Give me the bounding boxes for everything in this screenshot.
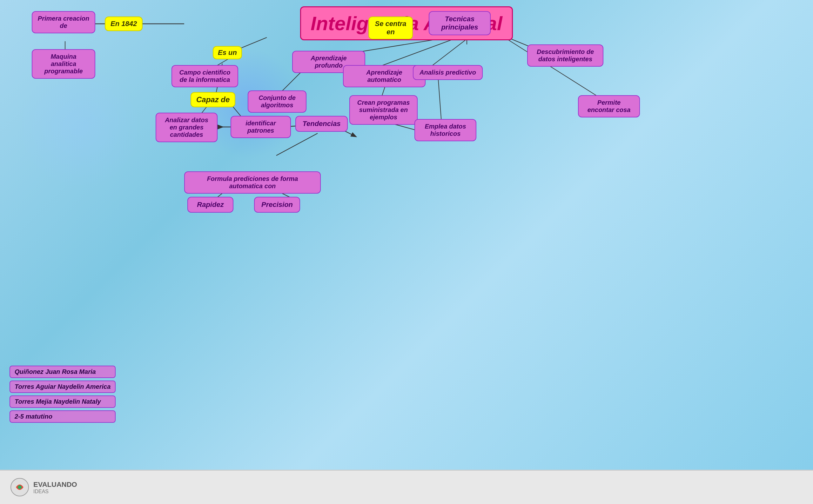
precision-node: Precision <box>254 197 300 213</box>
author-1: Quiñonez Juan Rosa Maria <box>10 366 116 378</box>
se-centra-en-node: Se centra en <box>368 17 413 39</box>
svg-line-16 <box>438 79 442 122</box>
author-3: Torres Mejia Naydelin Nataly <box>10 395 116 408</box>
identificar-patrones-node: identificar patrones <box>230 116 291 138</box>
primera-creacion-node: Primera creacion de <box>32 11 95 33</box>
mind-map-canvas: Inteligencia Artificial En 1842 Primera … <box>0 0 813 470</box>
svg-line-11 <box>429 36 470 68</box>
crean-programas-node: Crean programas suministrada en ejemplos <box>349 95 418 125</box>
analizar-datos-node: Analizar datos en grandes cantidades <box>156 113 217 142</box>
maquina-analitica-node: Maquina analitica programable <box>32 49 95 79</box>
campo-cientifico-node: Campo cientifico de la informatica <box>171 65 238 87</box>
footer-logo-icon <box>10 477 30 498</box>
descubrimiento-datos-node: Descubrimiento de datos inteligentes <box>527 44 603 67</box>
es-un-node: Es un <box>213 46 242 59</box>
schedule: 2-5 matutino <box>10 410 116 423</box>
authors-section: Quiñonez Juan Rosa Maria Torres Aguiar N… <box>10 366 116 425</box>
author-2: Torres Aguiar Naydelin America <box>10 381 116 393</box>
svg-line-10 <box>375 36 461 68</box>
tecnicas-principales-node: Tecnicas principales <box>429 11 491 35</box>
capaz-de-node: Capaz de <box>190 92 235 107</box>
footer: EVALUANDO IDEAS <box>0 470 813 504</box>
svg-line-3 <box>238 37 267 49</box>
permite-encontrar-node: Permite encontar cosa <box>578 95 640 117</box>
rapidez-node: Rapidez <box>187 197 233 213</box>
footer-logo: EVALUANDO IDEAS <box>10 477 77 498</box>
emplea-datos-node: Emplea datos historicos <box>415 119 477 141</box>
analisis-predictivo-node: Analisis predictivo <box>413 65 483 80</box>
footer-brand: EVALUANDO IDEAS <box>33 481 77 494</box>
conjunto-algoritmos-node: Conjunto de algoritmos <box>248 90 306 113</box>
tendencias-node: Tendencias <box>295 116 348 132</box>
formula-prediciones-node: Formula prediciones de forma automatica … <box>184 171 321 194</box>
en-1842-node: En 1842 <box>105 17 143 31</box>
